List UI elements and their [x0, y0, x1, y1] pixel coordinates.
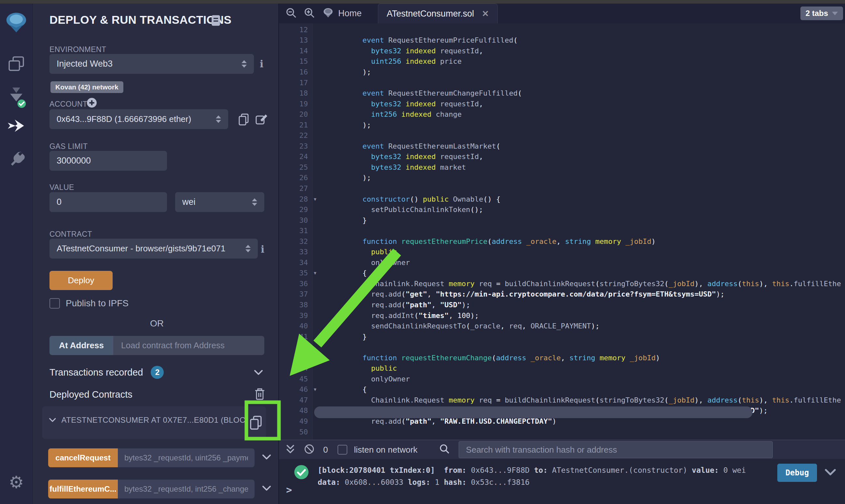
code-line[interactable]: 16 );	[279, 67, 845, 77]
code-lines: 1213 event RequestEthereumPriceFulfilled…	[279, 24, 845, 437]
edit-account-icon[interactable]	[255, 113, 268, 127]
solidity-compiler-icon[interactable]	[6, 87, 27, 110]
code-line[interactable]: 29 setPublicChainlinkToken();	[279, 204, 845, 215]
code-line[interactable]: 28▾ constructor() public Ownable() {	[279, 194, 845, 204]
code-line[interactable]: 18 event RequestEthereumChangeFulfilled(	[279, 88, 845, 98]
add-account-icon[interactable]	[86, 97, 97, 110]
code-line[interactable]: 13 event RequestEthereumPriceFulfilled(	[279, 35, 845, 46]
remix-tab-logo-icon	[323, 8, 334, 19]
fulfillEthereumChange-button[interactable]: fulfillEthereumC...	[48, 480, 118, 499]
horizontal-scrollbar[interactable]	[314, 407, 753, 418]
tx-log-entry[interactable]: [block:20780401 txIndex:0] from: 0x643..…	[294, 464, 746, 488]
cancelRequest-params-input[interactable]	[118, 448, 255, 467]
listen-network-checkbox[interactable]	[338, 445, 347, 454]
at-address-group: At Address	[50, 336, 264, 355]
code-line[interactable]: 31	[279, 225, 845, 236]
code-line[interactable]: 12	[279, 24, 845, 35]
tab-close-icon[interactable]: ✕	[482, 9, 489, 19]
function-expand-chevron-icon[interactable]	[262, 454, 272, 462]
deployed-contract-instance: ATESTNETCONSUMER AT 0X7E7...E80D1 (BLOCK…	[42, 407, 266, 439]
code-line[interactable]: 39 req.addInt("times", 100);	[279, 310, 845, 321]
code-line[interactable]: 38 req.add("path", "USD");	[279, 300, 845, 310]
transactions-recorded-row[interactable]: Transactions recorded 2	[50, 366, 164, 379]
code-line[interactable]: 14 bytes32 indexed requestId,	[279, 46, 845, 56]
code-line[interactable]: 47 Chainlink.Request memory req = buildC…	[279, 395, 845, 406]
code-line[interactable]: 17	[279, 77, 845, 88]
at-address-input[interactable]	[113, 336, 264, 355]
tabs-count-label: 2 tabs	[806, 9, 828, 18]
terminal-search-input[interactable]	[459, 441, 773, 458]
deploy-button[interactable]: Deploy	[50, 271, 113, 290]
copy-account-icon[interactable]	[237, 113, 250, 127]
code-line[interactable]: 41 }	[279, 331, 845, 342]
cancelRequest-button[interactable]: cancelRequest	[48, 448, 118, 467]
code-line[interactable]: 37 req.add("get", "https://min-api.crypt…	[279, 289, 845, 300]
code-line[interactable]: 20 int256 indexed change	[279, 109, 845, 120]
environment-label: ENVIRONMENT	[50, 45, 106, 54]
panel-title-doc-icon	[211, 15, 220, 28]
terminal-prompt[interactable]: >	[286, 484, 292, 496]
environment-info-icon[interactable]: i	[260, 58, 263, 70]
expand-terminal-icon[interactable]	[286, 444, 295, 456]
code-line[interactable]: 45 onlyOwner	[279, 374, 845, 384]
code-line[interactable]: 27	[279, 183, 845, 194]
zoom-in-icon[interactable]	[304, 7, 315, 20]
success-check-icon	[294, 464, 309, 481]
clear-instances-trash-icon[interactable]	[254, 387, 266, 402]
tab-home[interactable]: Home	[323, 8, 362, 19]
value-unit-select[interactable]: wei	[175, 192, 264, 212]
code-line[interactable]: 15 uint256 indexed price	[279, 56, 845, 67]
code-line[interactable]: 40 sendChainlinkRequestTo(_oracle, req, …	[279, 321, 845, 331]
window-top-strip	[0, 0, 845, 4]
select-arrows-icon	[245, 245, 251, 252]
log-expand-chevron-icon[interactable]	[824, 468, 837, 479]
code-line[interactable]: 42	[279, 342, 845, 353]
value-label: VALUE	[50, 183, 74, 192]
code-line[interactable]: 43 function requestEthereumChange(addres…	[279, 353, 845, 363]
deploy-and-run-icon[interactable]	[7, 118, 26, 136]
code-line[interactable]: 24 bytes32 indexed requestId,	[279, 151, 845, 162]
code-line[interactable]: 34 onlyOwner	[279, 257, 845, 268]
code-line[interactable]: 33 public	[279, 247, 845, 257]
code-line[interactable]: 21 );	[279, 120, 845, 130]
code-line[interactable]: 26 );	[279, 173, 845, 183]
tab-atestnetconsumer[interactable]: ATestnetConsumer.sol ✕	[378, 4, 498, 23]
settings-gear-icon[interactable]: ⚙	[9, 474, 24, 491]
code-line[interactable]: 44 public	[279, 363, 845, 374]
code-line[interactable]: 22	[279, 130, 845, 141]
code-editor[interactable]: 1213 event RequestEthereumPriceFulfilled…	[278, 23, 845, 439]
code-line[interactable]: 23 event RequestEthereumLastMarket(	[279, 141, 845, 151]
code-line[interactable]: 30 }	[279, 215, 845, 226]
plugin-manager-icon[interactable]	[7, 149, 25, 168]
function-expand-chevron-icon[interactable]	[262, 485, 272, 493]
instance-header[interactable]: ATESTNETCONSUMER AT 0X7E7...E80D1 (BLOCK…	[49, 416, 247, 425]
copy-instance-address-icon[interactable]	[248, 415, 263, 432]
debug-button[interactable]: Debug	[777, 464, 817, 482]
code-line[interactable]: 36 Chainlink.Request memory req = buildC…	[279, 278, 845, 289]
contract-info-icon[interactable]: i	[261, 244, 264, 255]
code-line[interactable]: 25 bytes32 indexed market	[279, 162, 845, 173]
zoom-out-icon[interactable]	[286, 7, 297, 20]
clear-console-icon[interactable]	[304, 444, 315, 456]
transactions-chevron-down-icon[interactable]	[254, 369, 263, 378]
editor-tab-bar: Home ATestnetConsumer.sol ✕ 2 tabs	[278, 4, 845, 23]
code-line[interactable]: 50	[279, 427, 845, 437]
tabs-count-dropdown[interactable]: 2 tabs	[800, 6, 843, 20]
publish-ipfs-checkbox[interactable]	[50, 298, 60, 309]
tab-home-label: Home	[338, 8, 362, 19]
gas-limit-input[interactable]	[57, 156, 160, 166]
environment-select[interactable]: Injected Web3	[50, 54, 254, 74]
value-input[interactable]	[57, 197, 160, 207]
at-address-button[interactable]: At Address	[50, 336, 113, 355]
code-line[interactable]: 46▾ {	[279, 384, 845, 395]
pending-tx-count: 0	[323, 445, 328, 455]
code-line[interactable]: 32 function requestEthereumPrice(address…	[279, 236, 845, 247]
contract-select[interactable]: ATestnetConsumer - browser/gists/9b71e07…	[50, 239, 258, 258]
account-select[interactable]: 0x643...9F88D (1.666673996 ether)	[50, 109, 228, 129]
code-line[interactable]: 19 bytes32 indexed requestId,	[279, 98, 845, 109]
function-row: fulfillEthereumC...	[48, 480, 272, 499]
file-explorer-icon[interactable]	[7, 55, 26, 75]
panel-title: DEPLOY & RUN TRANSACTIONS	[50, 13, 231, 26]
fulfillEthereumChange-params-input[interactable]	[118, 480, 255, 499]
code-line[interactable]: 35▾ {	[279, 268, 845, 279]
